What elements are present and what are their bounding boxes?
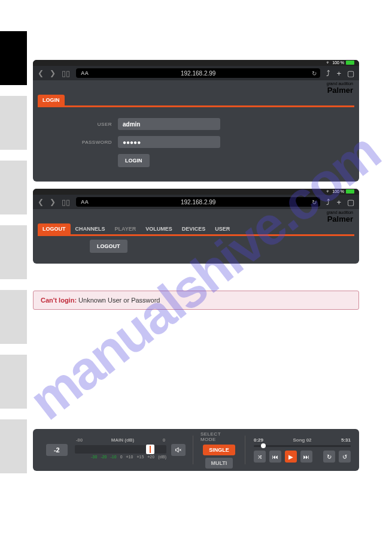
song-title: Song 02	[293, 437, 311, 443]
bookmarks-icon[interactable]: ▯▯	[62, 198, 70, 207]
brand-name: Palmer	[327, 86, 353, 95]
sidebar-tab-6[interactable]	[0, 355, 27, 409]
user-label: USER	[69, 122, 112, 127]
tab-logout[interactable]: LOGOUT	[38, 223, 71, 234]
tab-user[interactable]: USER	[210, 223, 235, 234]
repeat-one-button[interactable]: ↻	[323, 451, 335, 463]
tick: -30	[91, 455, 97, 459]
battery-text-2: 100 %	[332, 189, 344, 194]
battery-text: 100 %	[332, 61, 344, 65]
next-button[interactable]: ⏭	[300, 451, 312, 463]
main-value: -2	[46, 444, 68, 456]
main-slider[interactable]	[75, 445, 167, 454]
mode-column: SELECT MODE SINGLE MULTI	[200, 431, 238, 469]
logout-button[interactable]: LOGOUT	[90, 240, 127, 253]
bookmarks-icon[interactable]: ▯▯	[62, 69, 70, 78]
refresh-icon[interactable]: ↻	[312, 70, 317, 77]
forward-icon[interactable]: ❯	[50, 198, 56, 206]
sidebar-tab-4[interactable]	[0, 225, 27, 279]
time-total: 5:31	[341, 437, 351, 443]
forward-icon[interactable]: ❯	[50, 69, 56, 77]
main-slider-block: -80 MAIN (dB) 0 -30 -20 -10 0 +10 +15 +2…	[75, 437, 167, 463]
single-button[interactable]: SINGLE	[203, 445, 235, 455]
error-message: Unknown User or Password	[77, 297, 160, 304]
tabs-icon[interactable]: ▢	[347, 69, 354, 78]
wifi-icon: ᯤ	[326, 189, 330, 194]
speaker-muted-icon	[175, 446, 182, 454]
back-icon[interactable]: ❮	[38, 198, 44, 206]
mode-title: SELECT MODE	[200, 431, 238, 442]
password-input[interactable]: ●●●●●	[118, 136, 220, 148]
url-bar[interactable]: AA 192.168.2.99 ↻	[76, 68, 320, 78]
time-current: 0:29	[254, 437, 263, 443]
tab-channels[interactable]: CHANNELS	[71, 223, 110, 234]
tick-unit: (dB)	[158, 455, 166, 459]
progress-thumb[interactable]	[261, 443, 266, 448]
new-tab-icon[interactable]: +	[336, 69, 341, 78]
sidebar-tab-7[interactable]	[0, 419, 27, 473]
sidebar-tab-5[interactable]	[0, 290, 27, 344]
scale-min: -80	[76, 437, 83, 443]
url-text-2: 192.168.2.99	[76, 199, 320, 206]
battery-icon	[346, 189, 354, 194]
song-column: 0:29 Song 02 5:31 ⤭ ⏮ ▶ ⏭ ↻ ↺	[253, 437, 359, 463]
scale-max: 0	[163, 437, 165, 443]
url-text: 192.168.2.99	[76, 70, 320, 77]
new-tab-icon[interactable]: +	[336, 198, 341, 207]
tick: 0	[120, 455, 123, 459]
error-box: Can't login: Unknown User or Password	[33, 291, 359, 310]
multi-button[interactable]: MULTI	[205, 458, 233, 469]
slider-ticks: -30 -20 -10 0 +10 +15 +20 (dB)	[75, 455, 167, 459]
prev-button[interactable]: ⏮	[269, 451, 281, 463]
status-bar-2: ᯤ 100 %	[33, 189, 359, 195]
brand-tagline: grand audition	[327, 81, 353, 86]
scale-title: MAIN (dB)	[111, 437, 135, 443]
refresh-icon[interactable]: ↻	[312, 199, 317, 206]
tabs-icon[interactable]: ▢	[347, 198, 354, 207]
repeat-all-button[interactable]: ↺	[339, 451, 351, 463]
login-form: USER admin PASSWORD ●●●●● LOGIN	[33, 107, 359, 182]
brand-tagline-2: grand audition	[327, 210, 353, 214]
page-root: ᯤ 100 % ❮ ❯ ▯▯ AA 192.168.2.99 ↻ ⤴ + ▢	[0, 0, 392, 550]
progress-bar[interactable]	[254, 445, 351, 447]
tick: +20	[147, 455, 154, 459]
browser-login: ᯤ 100 % ❮ ❯ ▯▯ AA 192.168.2.99 ↻ ⤴ + ▢	[33, 60, 359, 182]
separator	[245, 436, 245, 464]
battery-icon	[346, 61, 354, 65]
mute-button[interactable]	[171, 444, 186, 456]
login-button[interactable]: LOGIN	[118, 154, 150, 167]
tab-devices[interactable]: DEVICES	[177, 223, 211, 234]
tab-login[interactable]: LOGIN	[38, 95, 65, 105]
separator	[193, 436, 193, 464]
wifi-icon: ᯤ	[326, 61, 330, 65]
back-icon[interactable]: ❮	[38, 69, 44, 77]
url-bar-2[interactable]: AA 192.168.2.99 ↻	[76, 197, 320, 207]
shuffle-button[interactable]: ⤭	[254, 451, 266, 463]
play-button[interactable]: ▶	[285, 451, 297, 463]
content-area: ᯤ 100 % ❮ ❯ ▯▯ AA 192.168.2.99 ↻ ⤴ + ▢	[33, 60, 359, 310]
error-title: Can't login:	[41, 297, 77, 304]
user-input[interactable]: admin	[118, 118, 220, 130]
brand-name-2: Palmer	[327, 214, 353, 223]
player-bar: -2 -80 MAIN (dB) 0 -30 -20 -10 0 +10 +15…	[33, 429, 359, 471]
status-bar: ᯤ 100 %	[33, 60, 359, 66]
tick: +15	[136, 455, 144, 459]
sidebar-tab-2[interactable]	[0, 96, 27, 150]
tab-player[interactable]: PLAYER	[110, 223, 141, 234]
battery-indicator-2: ᯤ 100 %	[326, 189, 354, 194]
sidebar-tab-1[interactable]	[0, 31, 27, 85]
tab-volumes[interactable]: VOLUMES	[141, 223, 177, 234]
share-icon[interactable]: ⤴	[326, 198, 330, 207]
browser-nav: ᯤ 100 % ❮ ❯ ▯▯ AA 192.168.2.99 ↻ ⤴ + ▢	[33, 189, 359, 264]
brand-block-2: grand audition Palmer	[33, 209, 359, 223]
sidebar-tab-3[interactable]	[0, 161, 27, 214]
battery-indicator: ᯤ 100 %	[326, 61, 354, 65]
browser-toolbar: ❮ ❯ ▯▯ AA 192.168.2.99 ↻ ⤴ + ▢	[33, 66, 359, 80]
tick: +10	[126, 455, 133, 459]
tab-bar-nav: LOGOUT CHANNELS PLAYER VOLUMES DEVICES U…	[38, 223, 354, 236]
share-icon[interactable]: ⤴	[326, 69, 330, 78]
slider-thumb[interactable]	[146, 445, 154, 454]
tab-bar-login: LOGIN	[38, 95, 354, 107]
transport-controls: ⤭ ⏮ ▶ ⏭ ↻ ↺	[254, 451, 351, 463]
tick: -20	[101, 455, 107, 459]
